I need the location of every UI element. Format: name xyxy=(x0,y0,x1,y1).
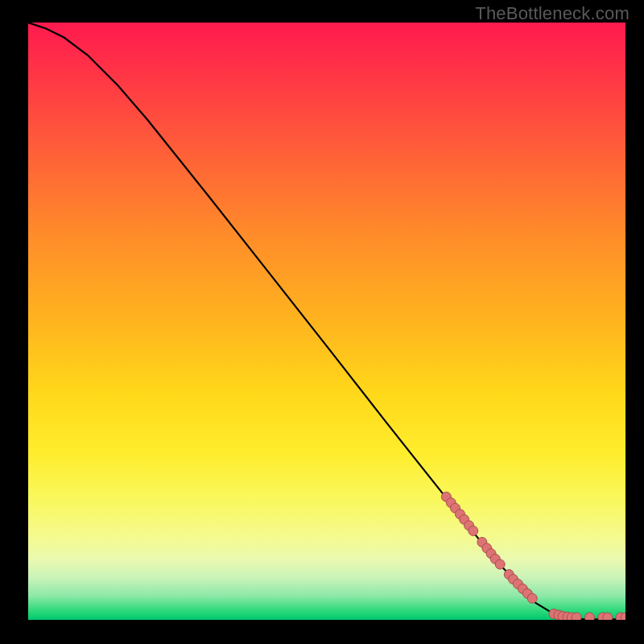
data-point xyxy=(527,593,537,603)
data-point xyxy=(469,526,478,535)
data-point xyxy=(584,613,594,620)
data-markers xyxy=(441,492,625,620)
curve-line xyxy=(28,23,625,619)
data-point xyxy=(603,613,613,620)
data-point xyxy=(572,613,581,620)
chart-stage: TheBottleneck.com xyxy=(0,0,644,644)
chart-overlay xyxy=(28,23,625,620)
plot-area xyxy=(28,23,625,620)
data-point xyxy=(495,559,505,569)
watermark-text: TheBottleneck.com xyxy=(475,3,630,24)
